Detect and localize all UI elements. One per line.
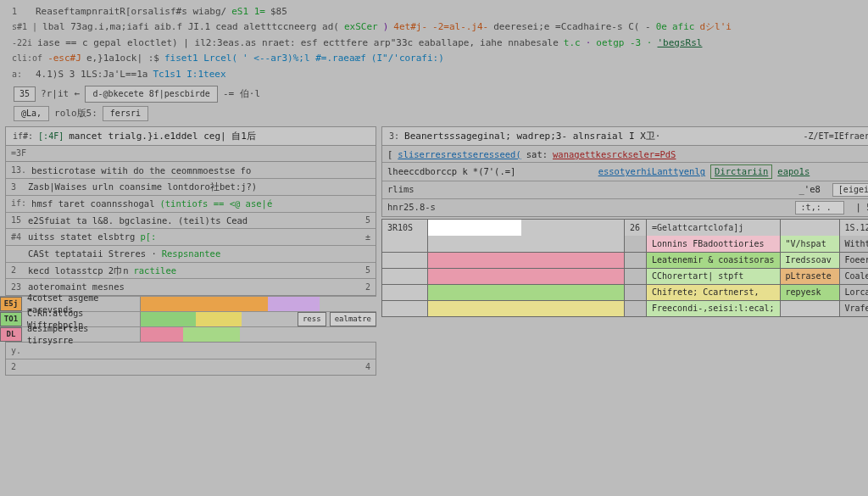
list-item[interactable]: 2kecd lotasstcp 2巾nractilee5: [6, 262, 376, 279]
code-line-5: a: 4.1)S 3 1LS:Ja'L==1a Tc1s1 I:1teex: [12, 68, 860, 81]
right-pane: 3: Beanertsssageginal; wadrep;3- alnsrai…: [381, 126, 868, 317]
section-tabs: @La, rolo版5: fersri: [14, 106, 860, 121]
table-row[interactable]: Freecondi-,seisi:l:ecal;Vrafeenrse: [382, 300, 868, 316]
perf-bar-row[interactable]: DLaesimpertses tirsysrre: [0, 326, 376, 342]
left-pane-header[interactable]: if#: [:4F] mancet trialg.}i.e1ddel ceg| …: [5, 126, 376, 146]
code-line-3: -22i iase == c gepal eloctlet) | il2:3ea…: [12, 36, 860, 49]
filter-gut-box[interactable]: 35: [14, 86, 36, 102]
list-item[interactable]: 13.besticrotase witih do the ceomnmoests…: [6, 162, 376, 178]
right-links-row: [ sliserresrestseresseed( sat: wanagettk…: [382, 146, 868, 162]
right-table: 3R10S 26 =Gelattcartclofa]j 1S.12A1 Lonn…: [381, 219, 868, 317]
list-item[interactable]: 3Zasb|Waises urln coansime lontdoro社bet:…: [6, 178, 376, 195]
right-pane-header[interactable]: 3: Beanertsssageginal; wadrep;3- alnsrai…: [381, 126, 868, 146]
table-row[interactable]: Leatenemir & coasitsorasIredssoavFoeerre: [382, 252, 868, 268]
filter-input[interactable]: d-@bkecete 8f|pescbirde: [85, 86, 217, 103]
filter-row: 35 ?r|it ← d-@bkecete 8f|pescbirde -= 伯·…: [14, 86, 860, 103]
table-head: 3R10S 26 =Gelattcartclofa]j 1S.12A1: [382, 220, 868, 236]
tab-fersri[interactable]: fersri: [103, 106, 148, 121]
kv-field-1[interactable]: :t,: .: [795, 201, 844, 215]
table-row[interactable]: Chifrete; Ccartnerst,repyeskLorcainre: [382, 284, 868, 300]
link-a[interactable]: sliserresrestseresseed(: [398, 148, 520, 161]
list-item[interactable]: CASt teptataii Streres ·Respsnantee: [6, 245, 376, 262]
tab-gut[interactable]: @La,: [14, 106, 49, 121]
code-line-2: s#1 | lbal 73ag.i,ma;iafi aib.f JI.1 cea…: [12, 20, 860, 33]
left-pane: if#: [:4F] mancet trialg.}i.e1ddel ceg| …: [5, 126, 376, 376]
list-item[interactable]: if:hmsf taret coannsshogal(tintiofs == <…: [6, 195, 376, 212]
table-row[interactable]: CChorertart| stpftpLtraseteCoalesermsalr…: [382, 268, 868, 284]
list-item[interactable]: 15e2Sfuiat ta l&8. bgclasine. (teil)ts C…: [6, 212, 376, 229]
table-row[interactable]: Lonnins FBadoottiories"V/hspatWithtegco:…: [382, 236, 868, 252]
kv-field-0[interactable]: [eigeit: [832, 183, 868, 197]
code-line-1: 1 ReaseftampnraitR[orsalisf#s wiabg/ eS1…: [12, 5, 860, 18]
code-line-4: cli:of -esc#J e,}1a1ock| :$ fiset1 Lrcel…: [12, 52, 860, 64]
link-b[interactable]: wanagettkesrckseler=PdS: [553, 148, 676, 161]
code-editor-region: 1 ReaseftampnraitR[orsalisf#s wiabg/ eS1…: [0, 0, 868, 126]
list-item[interactable]: #4uitss statet elsbtrgp[:±: [6, 228, 376, 245]
